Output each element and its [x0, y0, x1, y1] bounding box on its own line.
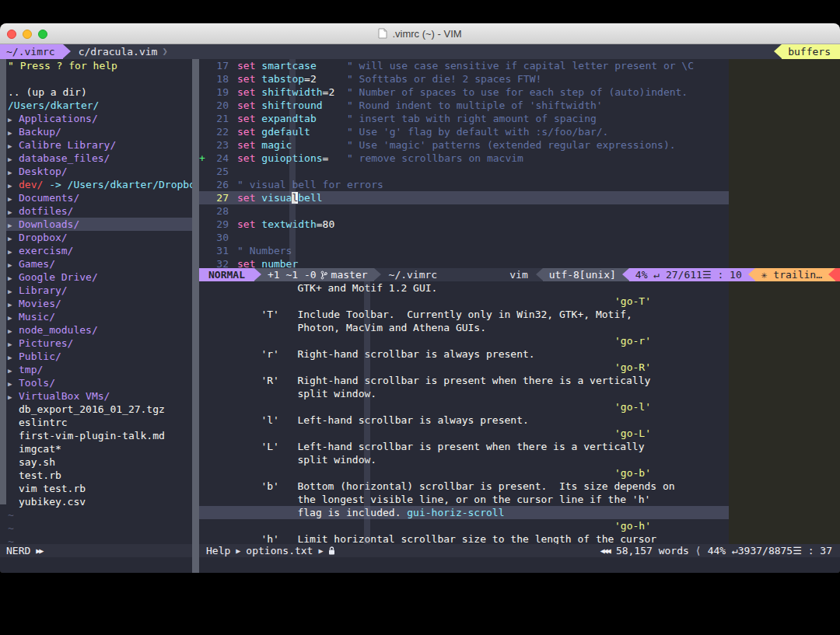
help-line[interactable]: 'b' Bottom (horizontal) scrollbar is pre…	[199, 480, 729, 493]
tree-item[interactable]: ~	[6, 535, 192, 544]
token: imgcat*	[19, 443, 61, 455]
code-line-26[interactable]: 26" visual bell for errors	[199, 178, 729, 191]
tree-item[interactable]: " Press ? for help	[6, 59, 192, 72]
token: magic	[261, 139, 292, 151]
help-tag[interactable]: 'go-T'	[614, 295, 651, 308]
code-line-31[interactable]: 31" Numbers	[199, 244, 729, 257]
window-separator[interactable]	[192, 59, 199, 573]
help-tag[interactable]: 'go-l'	[614, 400, 651, 413]
buffers-tab[interactable]: buffers	[782, 44, 840, 59]
help-line[interactable]: 'go-r'	[199, 334, 729, 347]
code-line-20[interactable]: 20set shiftround " Round indent to multi…	[199, 99, 729, 112]
tree-item[interactable]: ~	[6, 522, 192, 535]
help-line[interactable]: split window.	[199, 387, 729, 400]
help-line[interactable]: split window.	[199, 453, 729, 466]
nerdtree-scrollbar-thumb[interactable]	[0, 59, 6, 504]
help-tag[interactable]: 'go-b'	[614, 466, 651, 480]
tree-item[interactable]: ▶Documents/	[6, 191, 192, 204]
code-line-24[interactable]: +24set guioptions= " remove scrollbars o…	[199, 152, 729, 165]
tree-item[interactable]: ▶Movies/	[6, 297, 192, 310]
help-line[interactable]: 'go-L'	[199, 427, 729, 440]
help-line[interactable]: the longest visible line, or on the curs…	[199, 493, 729, 506]
help-line[interactable]: 'L' Left-hand scrollbar is present when …	[199, 440, 729, 453]
code-line-17[interactable]: 17set smartcase " will use case sensitiv…	[199, 59, 729, 72]
help-tag[interactable]: 'go-L'	[614, 427, 651, 440]
code-line-28[interactable]: 28	[199, 204, 729, 218]
tree-item[interactable]: ▶Games/	[6, 257, 192, 270]
tree-item[interactable]: ▶Dropbox/	[6, 231, 192, 244]
tree-item[interactable]: ▶database_files/	[6, 152, 192, 165]
tree-item[interactable]: ▶Google Drive/	[6, 270, 192, 284]
help-line[interactable]: 'go-h'	[199, 519, 729, 532]
code-line-27[interactable]: 27set visualbell	[199, 191, 729, 204]
close-button[interactable]	[7, 30, 16, 39]
tree-item[interactable]: say.sh	[6, 455, 192, 469]
help-line[interactable]: GTK+ and Motif 1.2 GUI.	[199, 281, 729, 295]
tree-item[interactable]: test.rb	[6, 469, 192, 482]
line-number: 30	[207, 231, 229, 244]
help-line[interactable]: 'T' Include Toolbar. Currently only in W…	[199, 308, 729, 321]
tree-item[interactable]: .. (up a dir)	[6, 85, 192, 99]
tree-item[interactable]: ▶Backup/	[6, 125, 192, 138]
tab-dracula[interactable]: c/dracula.vim	[71, 44, 163, 59]
tree-item[interactable]: imgcat*	[6, 442, 192, 455]
code-line-21[interactable]: 21set expandtab " insert tab with right …	[199, 112, 729, 125]
tree-item[interactable]: ▶Pictures/	[6, 337, 192, 350]
tree-item[interactable]: ▶Tools/	[6, 376, 192, 389]
tree-item[interactable]: ▶dev/ -> /Users/dkarter/Dropbo	[6, 178, 192, 191]
vimrc-buffer[interactable]: 17set smartcase " will use case sensitiv…	[199, 59, 729, 269]
tree-item[interactable]	[6, 72, 192, 85]
help-line[interactable]: 'go-T'	[199, 295, 729, 308]
code-line-23[interactable]: 23set magic " Use 'magic' patterns (exte…	[199, 138, 729, 152]
tree-item[interactable]: /Users/dkarter/	[6, 99, 192, 112]
nerdtree-scrollbar-track[interactable]	[0, 59, 6, 544]
help-line[interactable]: 'r' Right-hand scrollbar is always prese…	[199, 347, 729, 361]
tree-item[interactable]: ▶Public/	[6, 350, 192, 363]
tree-item[interactable]: first-vim-plugin-talk.md	[6, 429, 192, 442]
code-line-25[interactable]: 25	[199, 165, 729, 178]
token: first-vim-plugin-talk.md	[19, 430, 165, 441]
token: " Press ? for help	[8, 60, 117, 72]
tree-item[interactable]: yubikey.csv	[6, 495, 192, 508]
zoom-button[interactable]	[38, 30, 47, 39]
help-line[interactable]: 'l' Left-hand scrollbar is always presen…	[199, 413, 729, 427]
tree-item-selected[interactable]: ▶Downloads/	[6, 218, 192, 231]
tree-item[interactable]: ▶Applications/	[6, 112, 192, 125]
tree-item[interactable]: ▶exercism/	[6, 244, 192, 257]
help-line[interactable]: 'R' Right-hand scrollbar is present when…	[199, 374, 729, 387]
help-line[interactable]: 'go-l'	[199, 400, 729, 413]
token: Photon, MacVim and Athena GUIs.	[206, 322, 486, 333]
tree-item[interactable]: ▶tmp/	[6, 363, 192, 376]
tree-item[interactable]: db_export_2016_01_27.tgz	[6, 403, 192, 416]
tab-vimrc[interactable]: ~/.vimrc	[0, 44, 63, 59]
code-line-32[interactable]: 32set number	[199, 257, 729, 269]
help-tag[interactable]: 'go-R'	[614, 361, 651, 374]
help-tag[interactable]: 'go-h'	[614, 519, 651, 532]
tree-item[interactable]: ▶node_modules/	[6, 323, 192, 337]
tree-item[interactable]: ▶VirtualBox VMs/	[6, 389, 192, 403]
code-line-18[interactable]: 18set tabstop=2 " Softtabs or die! 2 spa…	[199, 72, 729, 85]
help-line[interactable]: flag is included. gui-horiz-scroll	[199, 506, 729, 519]
tree-item[interactable]: ~	[6, 508, 192, 522]
help-line[interactable]: 'go-R'	[199, 361, 729, 374]
minimize-button[interactable]	[23, 30, 32, 39]
tree-item[interactable]: ▶dotfiles/	[6, 204, 192, 218]
tree-item[interactable]: ▶Library/	[6, 284, 192, 297]
tree-item[interactable]: vim test.rb	[6, 482, 192, 495]
help-line[interactable]: Photon, MacVim and Athena GUIs.	[199, 321, 729, 334]
code-line-19[interactable]: 19set shiftwidth=2 " Number of spaces to…	[199, 85, 729, 99]
command-line[interactable]	[0, 557, 840, 573]
code-line-22[interactable]: 22set gdefault " Use 'g' flag by default…	[199, 125, 729, 138]
code-line-29[interactable]: 29set textwidth=80	[199, 218, 729, 231]
code-line-30[interactable]: 30	[199, 231, 729, 244]
tree-item[interactable]: eslintrc	[6, 416, 192, 429]
help-line[interactable]: 'go-b'	[199, 466, 729, 480]
tree-item[interactable]: ▶Music/	[6, 310, 192, 323]
token: " Softtabs or die! 2 spaces FTW!	[317, 73, 542, 85]
help-tag[interactable]: 'go-r'	[614, 334, 651, 347]
help-line[interactable]: 'h' Limit horizontal scrollbar size to t…	[199, 532, 729, 544]
token: vim test.rb	[19, 483, 86, 494]
tree-item[interactable]: ▶Calibre Library/	[6, 138, 192, 152]
help-buffer[interactable]: GTK+ and Motif 1.2 GUI.'go-T' 'T' Includ…	[199, 281, 729, 544]
tree-item[interactable]: ▶Desktop/	[6, 165, 192, 178]
